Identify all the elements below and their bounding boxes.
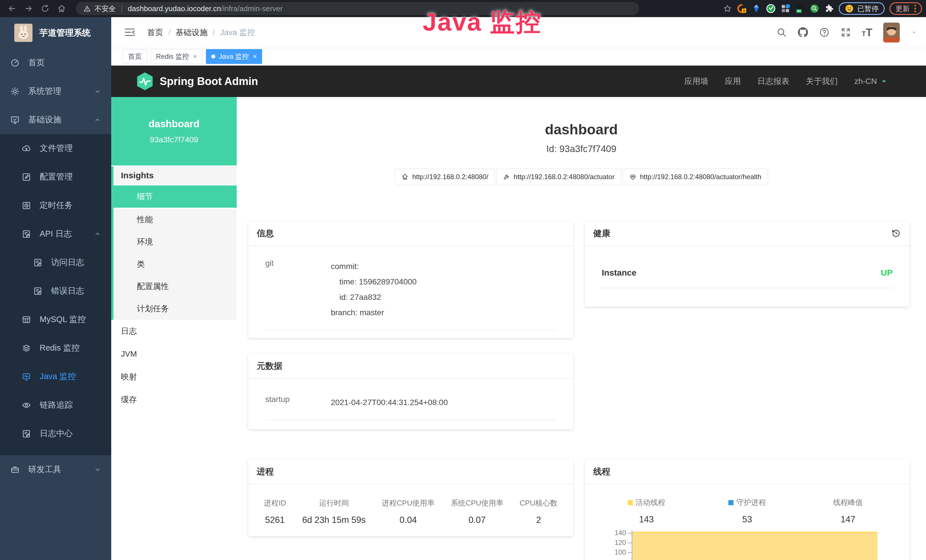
- legend-value: 53: [742, 515, 752, 525]
- sidebar-item-label: 定时任务: [39, 200, 73, 211]
- sidebar-item-access-log[interactable]: 访问日志: [0, 248, 111, 277]
- sidebar-item-system[interactable]: 系统管理: [0, 77, 111, 106]
- sidebar-item-config-manage[interactable]: 配置管理: [0, 163, 111, 191]
- sba-item-logs[interactable]: 日志: [111, 320, 237, 343]
- sidebar-item-tracing[interactable]: 链路追踪: [0, 391, 111, 419]
- search-icon[interactable]: [776, 27, 787, 38]
- process-col-sys-cpu: 系统CPU使用率 0.07: [451, 498, 503, 525]
- sba-item-config-props[interactable]: 配置属性: [113, 275, 237, 298]
- font-size-icon[interactable]: TT: [862, 27, 872, 38]
- sidebar-item-label: 系统管理: [28, 86, 61, 97]
- sba-item-details-active[interactable]: 细节: [113, 185, 237, 209]
- sidebar-toggle-icon[interactable]: [124, 26, 136, 38]
- breadcrumb-infra[interactable]: 基础设施: [176, 27, 207, 38]
- git-commit-line: commit:: [331, 259, 417, 274]
- chevron-down-icon: [880, 77, 888, 86]
- sba-item-classes[interactable]: 类: [113, 253, 237, 275]
- extension-pin-icon[interactable]: [752, 4, 761, 14]
- extension-spy-icon[interactable]: [809, 4, 819, 14]
- extension-orange-badge-icon[interactable]: 1: [737, 4, 747, 14]
- browser-reload-icon[interactable]: [41, 4, 50, 13]
- history-icon[interactable]: [891, 228, 901, 239]
- monitor-icon: [10, 115, 20, 125]
- sidebar-submenu-infra: 文件管理 配置管理 定时任务 API 日志 访问日志 错误日志: [0, 134, 111, 455]
- sba-item-jvm[interactable]: JVM: [111, 343, 237, 365]
- sba-item-scheduled-tasks[interactable]: 计划任务: [113, 298, 237, 320]
- sba-brand-title[interactable]: Spring Boot Admin: [160, 75, 258, 88]
- service-url-link[interactable]: http://192.168.0.2:48080/: [395, 169, 495, 185]
- health-card-title: 健康: [593, 228, 610, 239]
- threads-legend: 活动线程 143 守护进程 53 线程峰值 147: [585, 484, 910, 525]
- browser-menu-kebab-icon[interactable]: [914, 5, 916, 12]
- help-icon[interactable]: [819, 27, 830, 38]
- sidebar-item-label: 首页: [28, 57, 45, 68]
- sidebar-item-dev-tools[interactable]: 研发工具: [0, 455, 111, 484]
- health-instance-row[interactable]: Instance UP: [602, 268, 893, 288]
- browser-extensions-area: 1 on: [723, 0, 922, 17]
- spring-boot-admin-logo[interactable]: [136, 72, 153, 91]
- metadata-card: 元数据 startup 2021-04-27T00:44:31.254+08:0…: [248, 354, 573, 429]
- bookmark-star-icon[interactable]: [723, 4, 732, 13]
- fullscreen-icon[interactable]: [840, 27, 851, 38]
- breadcrumb-home[interactable]: 首页: [147, 27, 163, 38]
- sidebar-item-java-monitor[interactable]: Java 监控: [0, 362, 111, 391]
- browser-home-icon[interactable]: [57, 4, 66, 13]
- instance-links: http://192.168.0.2:48080/ http://192.168…: [237, 169, 926, 185]
- sba-language-select[interactable]: zh-CN: [855, 77, 888, 86]
- sidebar-item-mysql-monitor[interactable]: MySQL 监控: [0, 305, 111, 334]
- health-url-link[interactable]: http://192.168.0.2:48080/actuator/health: [623, 169, 768, 185]
- monitor-pulse-icon: [22, 372, 31, 381]
- url-host: dashboard.yudao.iocoder.cn: [128, 4, 221, 13]
- sba-item-caches[interactable]: 缓存: [111, 388, 237, 411]
- sidebar-item-error-log[interactable]: 错误日志: [0, 277, 111, 305]
- extension-on-badge: on: [797, 9, 801, 12]
- sidebar-item-redis-monitor[interactable]: Redis 监控: [0, 334, 111, 362]
- paused-profile-pill[interactable]: 已暂停: [839, 2, 885, 15]
- tab-close-icon[interactable]: ×: [253, 53, 257, 61]
- brand[interactable]: 芋道管理系统: [0, 17, 111, 48]
- sba-menu-about[interactable]: 关于我们: [806, 76, 838, 87]
- threads-card-title: 线程: [593, 466, 610, 478]
- column-header: 系统CPU使用率: [451, 498, 503, 508]
- sba-item-mappings[interactable]: 映射: [111, 365, 237, 388]
- tab-redis-monitor[interactable]: Redis 监控 ×: [151, 49, 203, 64]
- legend-swatch-yellow: [628, 500, 633, 505]
- sidebar-item-file-manage[interactable]: 文件管理: [0, 134, 111, 163]
- extension-green-check-icon[interactable]: [766, 4, 776, 14]
- extensions-puzzle-icon[interactable]: [824, 4, 834, 14]
- browser-forward-icon[interactable]: [24, 4, 33, 13]
- sidebar-item-infra[interactable]: 基础设施: [0, 106, 111, 134]
- actuator-url-link[interactable]: http://192.168.0.2:48080/actuator: [496, 169, 621, 185]
- sidebar-item-log-center[interactable]: 日志中心: [0, 419, 111, 448]
- sidebar-item-api-log[interactable]: API 日志: [0, 219, 111, 248]
- sba-menu-journal[interactable]: 日志报表: [758, 76, 790, 87]
- sidebar-item-scheduled-jobs[interactable]: 定时任务: [0, 191, 111, 219]
- sba-item-environment[interactable]: 环境: [113, 231, 237, 253]
- sba-navbar: Spring Boot Admin 应用墙 应用 日志报表 关于我们 zh-CN: [111, 66, 926, 97]
- avatar-caret-icon[interactable]: [911, 29, 917, 36]
- column-header: 运行时间: [319, 498, 349, 508]
- address-bar[interactable]: 不安全 dashboard.yudao.iocoder.cn /infra/ad…: [76, 2, 639, 15]
- browser-back-icon[interactable]: [8, 4, 17, 13]
- sba-menu-applications[interactable]: 应用: [725, 76, 741, 87]
- sidebar-item-label: 错误日志: [51, 285, 84, 297]
- tab-home[interactable]: 首页: [123, 49, 147, 64]
- y-axis-tick-mark: [628, 533, 632, 533]
- browser-update-button[interactable]: 更新: [890, 2, 922, 15]
- log-icon: [33, 258, 42, 267]
- y-axis-tick: 100: [606, 548, 626, 556]
- extension-grid-icon[interactable]: [781, 4, 790, 14]
- sba-section-title: Insights: [113, 166, 237, 185]
- user-avatar[interactable]: [883, 23, 900, 42]
- tab-close-icon[interactable]: ×: [193, 53, 197, 61]
- extension-list-on-icon[interactable]: on: [795, 4, 805, 14]
- not-secure-warning-icon[interactable]: [83, 5, 91, 12]
- git-branch-line: branch: master: [331, 305, 417, 320]
- sidebar-item-home[interactable]: 首页: [0, 48, 111, 77]
- process-col-uptime: 运行时间 6d 23h 15m 59s: [302, 498, 366, 525]
- tab-java-monitor-active[interactable]: Java 监控 ×: [206, 49, 262, 64]
- sba-selected-instance[interactable]: dashboard 93a3fc7f7409: [111, 97, 237, 165]
- sba-item-metrics[interactable]: 性能: [113, 209, 237, 231]
- sba-menu-wallboard[interactable]: 应用墙: [684, 76, 708, 87]
- github-icon[interactable]: [798, 27, 808, 38]
